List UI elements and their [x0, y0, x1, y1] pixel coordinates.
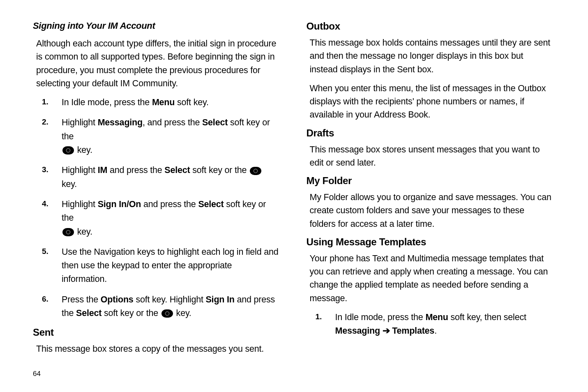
menu-label: Menu [425, 312, 448, 322]
outbox-paragraph-1: This message box holds contains messages… [310, 36, 552, 76]
text: and press the [141, 199, 198, 209]
heading-signing-in: Signing into Your IM Account [33, 21, 282, 31]
messaging-label: Messaging [335, 326, 380, 336]
step-2: Highlight Messaging, and press the Selec… [36, 116, 279, 157]
ok-key-icon [62, 146, 74, 154]
steps-list-left: In Idle mode, press the Menu soft key. H… [36, 96, 279, 320]
text: soft key. [175, 97, 208, 107]
heading-outbox: Outbox [307, 21, 556, 32]
arrow-icon: ➔ [380, 326, 392, 336]
sign-in-label: Sign In [205, 295, 234, 304]
ok-key-icon [161, 309, 173, 318]
select-label: Select [202, 118, 228, 127]
step-5: Use the Navigation keys to highlight eac… [36, 245, 279, 286]
step-1: In Idle mode, press the Menu soft key. [36, 96, 279, 109]
text: key. [62, 179, 77, 189]
text: In Idle mode, press the [335, 312, 426, 322]
text: Highlight [62, 118, 98, 127]
text: soft key or the [190, 165, 249, 175]
text: Highlight [62, 199, 98, 209]
sent-paragraph: This message box stores a copy of the me… [36, 342, 279, 355]
select-label: Select [164, 165, 190, 175]
text: and press the [107, 165, 164, 175]
drafts-paragraph: This message box stores unsent messages … [310, 143, 552, 170]
options-label: Options [101, 295, 134, 304]
step-4: Highlight Sign In/On and press the Selec… [36, 198, 279, 239]
outbox-paragraph-2: When you enter this menu, the list of me… [310, 82, 552, 122]
step-1: In Idle mode, press the Menu soft key, t… [310, 311, 552, 338]
messaging-label: Messaging [98, 118, 143, 127]
text: . [434, 326, 437, 336]
menu-label: Menu [152, 97, 175, 107]
ok-key-icon [62, 228, 74, 236]
text: Press the [62, 295, 101, 304]
page-number: 64 [33, 370, 41, 378]
text: Highlight [62, 165, 98, 175]
sign-in-on-label: Sign In/On [98, 199, 141, 209]
right-column: Outbox This message box holds contains m… [307, 21, 556, 362]
left-column: Signing into Your IM Account Although ea… [33, 21, 282, 362]
heading-my-folder: My Folder [307, 175, 556, 187]
heading-drafts: Drafts [307, 127, 556, 139]
step-6: Press the Options soft key. Highlight Si… [36, 293, 279, 321]
select-label: Select [76, 308, 101, 318]
my-folder-paragraph: My Folder allows you to organize and sav… [310, 191, 552, 231]
text: , and press the [143, 118, 202, 127]
heading-templates: Using Message Templates [307, 236, 556, 248]
heading-sent: Sent [33, 327, 282, 338]
text: key. [75, 145, 92, 155]
text: soft key, then select [448, 312, 526, 322]
step-3: Highlight IM and press the Select soft k… [36, 164, 279, 191]
select-label: Select [198, 199, 224, 209]
text: soft key. Highlight [134, 295, 206, 304]
text: key. [75, 227, 92, 237]
im-label: IM [98, 165, 107, 175]
text: soft key or the [101, 308, 161, 318]
text: In Idle mode, press the [62, 97, 152, 107]
text: key. [174, 308, 191, 318]
ok-key-icon [250, 167, 261, 175]
page-content: Signing into Your IM Account Although ea… [33, 21, 555, 362]
steps-list-right: In Idle mode, press the Menu soft key, t… [310, 311, 552, 338]
intro-paragraph: Although each account type differs, the … [36, 37, 279, 90]
templates-paragraph: Your phone has Text and Multimedia messa… [310, 252, 552, 305]
templates-label: Templates [392, 326, 434, 336]
text: Use the Navigation keys to highlight eac… [62, 247, 278, 284]
